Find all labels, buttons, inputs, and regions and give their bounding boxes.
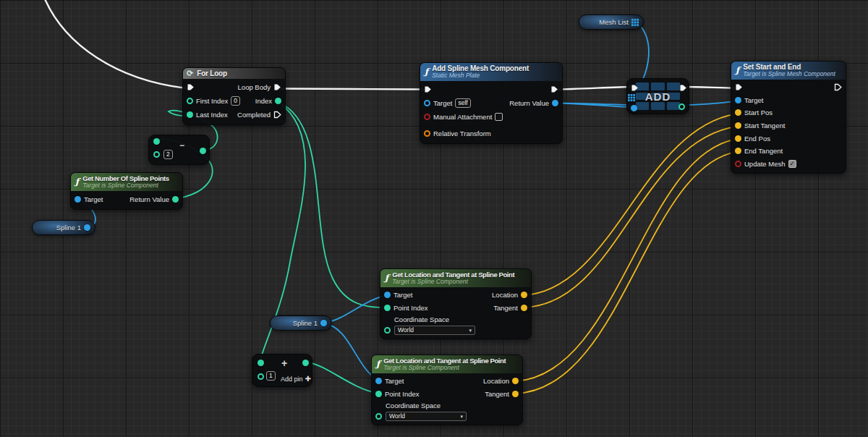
object-wire [324,295,388,323]
add-a-pin[interactable] [258,360,264,366]
point-index-pin[interactable] [384,305,391,311]
end-tangent-pin[interactable] [735,148,741,154]
exec-wire [278,89,427,90]
subtract-b-pin[interactable] [153,151,160,158]
start-tangent-pin[interactable] [735,122,741,129]
return-value-pin[interactable] [552,100,558,106]
completed-exec-pin[interactable] [273,111,281,119]
relative-transform-pin[interactable] [424,130,430,137]
blueprint-graph-canvas[interactable]: ⟳ For Loop Loop Body First Index0 Index … [0,0,868,437]
coordinate-space-dropdown[interactable]: World ▾ [386,412,467,421]
variable-node-spline1-left[interactable]: Spline 1 [32,220,95,235]
node-int-add[interactable]: 1 + Add pin✚ [252,354,312,387]
new-item-pin[interactable] [631,105,637,111]
exec-out-pin[interactable] [550,85,558,93]
pin-label: Last Index [196,111,228,119]
node-subtitle: Target is Spline Component [392,278,514,285]
pin-label: Location [483,377,509,385]
loop-body-exec-pin[interactable] [273,83,281,91]
loop-icon: ⟳ [187,69,193,77]
location-pin[interactable] [512,378,519,384]
node-for-loop[interactable]: ⟳ For Loop Loop Body First Index0 Index … [182,67,286,125]
update-mesh-checkbox[interactable]: ✓ [788,160,796,168]
subtract-result-pin[interactable] [200,148,206,154]
pin-label: Coordinate Space [394,315,531,323]
target-pin[interactable] [75,196,81,203]
pin-label: Location [492,291,518,299]
chevron-down-icon: ▾ [460,414,463,419]
node-header[interactable]: ƒ Get Location and Tangent at Spline Poi… [380,269,531,287]
node-header[interactable]: ƒ Add Spline Mesh Component Static Mesh … [420,63,562,81]
add-operator: + [281,358,287,368]
point-index-pin[interactable] [375,391,382,397]
array-pin[interactable] [631,19,639,26]
exec-out-pin[interactable] [679,84,687,92]
pin-label: Start Tangent [744,122,785,130]
end-pos-pin[interactable] [735,135,741,142]
node-title: For Loop [197,69,227,77]
int-wire [278,103,387,308]
function-icon: ƒ [736,66,739,75]
add-pin-button[interactable]: Add pin✚ [281,375,311,383]
subtract-a-pin[interactable] [153,138,160,145]
pin-label: Target [393,291,412,299]
add-b-pin[interactable] [258,373,264,380]
target-self-box[interactable]: self [455,98,470,108]
manual-attachment-pin[interactable] [424,114,430,120]
manual-attachment-checkbox[interactable] [495,113,503,121]
variable-output-pin[interactable] [320,320,327,326]
variable-output-pin[interactable] [84,224,90,231]
first-index-pin[interactable] [187,98,193,104]
coordinate-space-pin[interactable] [384,327,391,334]
node-header[interactable]: ⟳ For Loop [183,68,285,79]
return-value-pin[interactable] [172,196,179,203]
add-pin-label: Add pin [281,376,303,383]
node-header[interactable]: ƒ Get Location and Tangent at Spline Poi… [372,355,522,373]
add-result-pin[interactable] [302,360,309,366]
add-b-input[interactable]: 1 [266,371,276,381]
node-header[interactable]: ƒ Set Start and End Target is Spline Mes… [731,61,846,80]
tangent-pin[interactable] [521,305,527,311]
target-pin[interactable] [424,100,430,106]
coordinate-space-pin[interactable] [375,413,382,420]
target-pin[interactable] [384,292,391,298]
pin-label: Index [255,97,272,105]
node-get-location-and-tangent-2[interactable]: ƒ Get Location and Tangent at Spline Poi… [371,355,523,425]
node-subtitle: Static Mesh Plate [432,72,529,79]
exec-in-pin[interactable] [631,84,639,92]
start-pos-pin[interactable] [735,109,741,116]
vector-wire [516,152,739,394]
exec-out-pin[interactable] [834,83,842,91]
pin-label: Start Pos [744,109,773,116]
node-get-number-of-spline-points[interactable]: ƒ Get Number Of Spline Points Target is … [70,172,183,210]
target-pin[interactable] [375,378,382,384]
target-pin[interactable] [735,97,741,103]
exec-in-pin[interactable] [424,85,432,93]
node-get-location-and-tangent-1[interactable]: ƒ Get Location and Tangent at Spline Poi… [380,268,532,339]
exec-wire [556,87,634,90]
first-index-input[interactable]: 0 [231,96,240,106]
subtract-operator: − [179,141,184,150]
function-icon: ƒ [385,273,388,282]
node-set-start-and-end[interactable]: ƒ Set Start and End Target is Spline Mes… [731,61,846,174]
pin-label: Completed [237,111,271,119]
exec-in-pin[interactable] [187,83,195,91]
subtract-b-input[interactable]: 2 [163,150,173,159]
variable-node-mesh-list[interactable]: Mesh List [579,14,644,30]
last-index-pin[interactable] [187,111,193,118]
tangent-pin[interactable] [512,391,519,397]
node-header[interactable]: ƒ Get Number Of Spline Points Target is … [71,173,182,191]
variable-node-spline1-mid[interactable]: Spline 1 [270,315,332,331]
return-index-pin[interactable] [678,103,685,110]
node-int-subtract[interactable]: 2 − [148,135,210,165]
node-add-spline-mesh-component[interactable]: ƒ Add Spline Mesh Component Static Mesh … [420,62,563,144]
node-array-add[interactable]: ADD [626,78,689,114]
coordinate-space-dropdown[interactable]: World ▾ [394,326,475,335]
node-subtitle: Target is Spline Mesh Component [743,70,835,77]
target-array-pin[interactable] [628,94,635,101]
pin-label: Point Index [385,390,420,398]
location-pin[interactable] [521,292,527,298]
exec-in-pin[interactable] [735,83,743,91]
update-mesh-pin[interactable] [735,161,741,167]
index-pin[interactable] [275,98,281,104]
